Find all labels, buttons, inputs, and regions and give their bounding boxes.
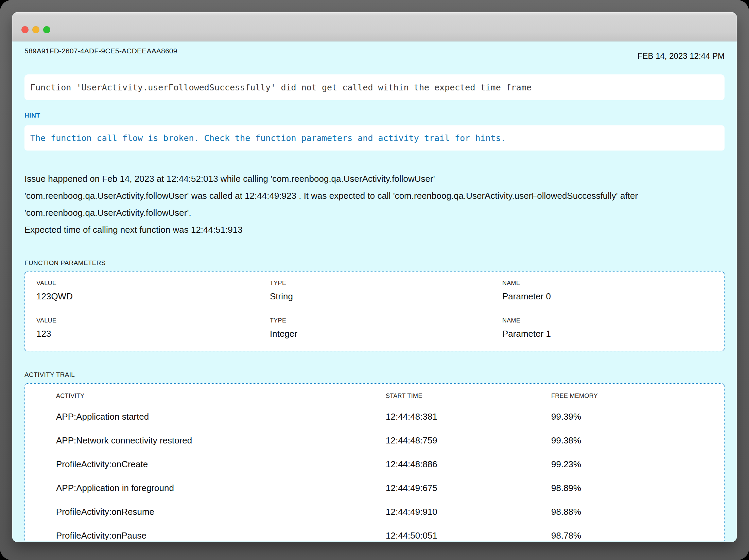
activity-free-memory: 98.88% (551, 507, 724, 531)
zoom-button[interactable] (43, 26, 50, 33)
activity-trail-header: ACTIVITY START TIME FREE MEMORY (25, 392, 724, 399)
column-header-name: NAME (502, 280, 724, 286)
activity-row: ProfileActivity:onCreate 12:44:48:886 99… (25, 459, 724, 483)
activity-free-memory: 98.89% (551, 483, 724, 507)
activity-name: ProfileActivity:onPause (56, 531, 386, 541)
issue-line-2: 'com.reenboog.qa.UserActivity.followUser… (24, 187, 725, 221)
error-message-text: Function 'UserActivity.userFollowedSucce… (30, 83, 532, 92)
function-parameters-title: FUNCTION PARAMETERS (24, 259, 725, 267)
activity-start-time: 12:44:49:910 (386, 507, 551, 531)
parameter-type: String (270, 291, 502, 301)
activity-start-time: 12:44:49:675 (386, 483, 551, 507)
column-header-type: TYPE (270, 317, 502, 324)
activity-name: APP:Network connectivity restored (56, 436, 386, 459)
titlebar (12, 12, 737, 41)
issue-description: Issue happened on Feb 14, 2023 at 12:44:… (24, 170, 725, 238)
parameter-value: 123 (36, 329, 270, 339)
hint-text: The function call flow is broken. Check … (30, 133, 506, 143)
activity-name: ProfileActivity:onCreate (56, 459, 386, 483)
activity-trail-table: ACTIVITY START TIME FREE MEMORY APP:Appl… (24, 383, 725, 541)
parameter-type: Integer (270, 329, 502, 339)
activity-trail-title: ACTIVITY TRAIL (24, 371, 725, 379)
parameter-name: Parameter 1 (502, 329, 724, 339)
close-button[interactable] (21, 26, 29, 33)
app-window: 589A91FD-2607-4ADF-9CE5-ACDEEAAA8609 FEB… (12, 12, 737, 542)
parameter-row: VALUE TYPE NAME 123QWD String Parameter … (25, 280, 724, 301)
function-parameters-table: VALUE TYPE NAME 123QWD String Parameter … (24, 272, 725, 351)
window-frame: 589A91FD-2607-4ADF-9CE5-ACDEEAAA8609 FEB… (0, 0, 749, 560)
column-header-value: VALUE (36, 317, 270, 324)
activity-free-memory: 98.78% (551, 531, 724, 541)
activity-row: ProfileActivity:onResume 12:44:49:910 98… (25, 507, 724, 531)
activity-free-memory: 99.23% (551, 459, 724, 483)
activity-start-time: 12:44:48:886 (386, 459, 551, 483)
activity-free-memory: 99.38% (551, 436, 724, 459)
activity-name: ProfileActivity:onResume (56, 507, 386, 531)
column-header-activity: ACTIVITY (56, 392, 386, 399)
column-header-type: TYPE (270, 280, 502, 286)
activity-name: APP:Application started (56, 412, 386, 436)
report-meta-row: 589A91FD-2607-4ADF-9CE5-ACDEEAAA8609 FEB… (24, 41, 725, 61)
traffic-lights (12, 26, 50, 33)
hint-box: The function call flow is broken. Check … (24, 125, 725, 151)
screenshot-root: { "header": { "uuid": "589A91FD-2607-4AD… (0, 0, 749, 560)
column-header-free-memory: FREE MEMORY (551, 392, 724, 399)
column-header-value: VALUE (36, 280, 270, 286)
minimize-button[interactable] (32, 26, 39, 33)
activity-start-time: 12:44:48:381 (386, 412, 551, 436)
column-header-start-time: START TIME (386, 392, 551, 399)
activity-free-memory: 99.39% (551, 412, 724, 436)
report-timestamp: FEB 14, 2023 12:44 PM (638, 51, 725, 61)
parameter-name: Parameter 0 (502, 291, 724, 301)
report-uuid: 589A91FD-2607-4ADF-9CE5-ACDEEAAA8609 (24, 47, 177, 55)
activity-start-time: 12:44:48:759 (386, 436, 551, 459)
issue-line-1: Issue happened on Feb 14, 2023 at 12:44:… (24, 170, 725, 187)
activity-start-time: 12:44:50:051 (386, 531, 551, 541)
activity-row: APP:Network connectivity restored 12:44:… (25, 436, 724, 459)
activity-row: APP:Application in foreground 12:44:49:6… (25, 483, 724, 507)
error-message-box: Function 'UserActivity.userFollowedSucce… (24, 74, 725, 100)
activity-name: APP:Application in foreground (56, 483, 386, 507)
parameter-value: 123QWD (36, 291, 270, 301)
hint-label: HINT (24, 112, 725, 119)
activity-row: ProfileActivity:onPause 12:44:50:051 98.… (25, 531, 724, 541)
column-header-name: NAME (502, 317, 724, 324)
issue-line-3: Expected time of calling next function w… (24, 221, 725, 238)
report-content: 589A91FD-2607-4ADF-9CE5-ACDEEAAA8609 FEB… (12, 41, 737, 541)
activity-row: APP:Application started 12:44:48:381 99.… (25, 412, 724, 436)
parameter-row: VALUE TYPE NAME 123 Integer Parameter 1 (25, 317, 724, 339)
